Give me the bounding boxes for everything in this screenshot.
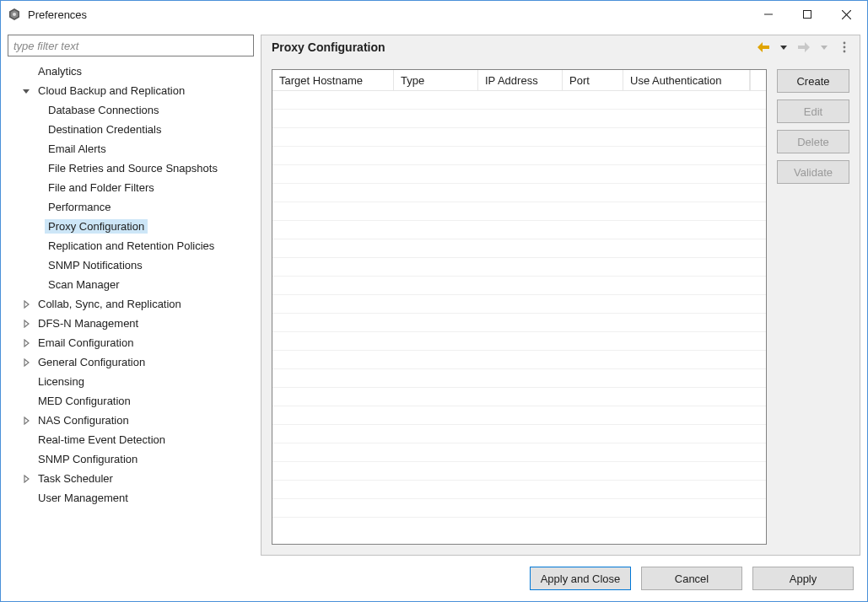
tree-item-label: Destination Credentials — [45, 122, 164, 137]
right-pane: Proxy Configuration — [261, 35, 860, 556]
table-row[interactable] — [272, 184, 766, 202]
tree-item[interactable]: Proxy Configuration — [8, 217, 254, 236]
tree-item[interactable]: SNMP Configuration — [8, 449, 254, 469]
tree-item[interactable]: File Retries and Source Snapshots — [8, 159, 254, 178]
back-icon[interactable] — [756, 40, 771, 55]
footer: Apply and Close Cancel Apply — [1, 556, 867, 601]
tree-item[interactable]: File and Folder Filters — [8, 178, 254, 197]
chevron-right-icon[interactable] — [19, 472, 33, 486]
col-header-ip[interactable]: IP Address — [478, 70, 563, 90]
tree-item[interactable]: General Configuration — [8, 352, 254, 372]
chevron-right-icon[interactable] — [19, 414, 33, 427]
table-row[interactable] — [272, 128, 766, 147]
tree-item[interactable]: DFS-N Management — [8, 314, 254, 333]
tree-item[interactable]: Task Scheduler — [8, 469, 254, 488]
tree-item[interactable]: Analytics — [8, 62, 254, 81]
tree-item[interactable]: Email Alerts — [8, 139, 254, 159]
tree-item[interactable]: Performance — [8, 197, 254, 217]
apply-button[interactable]: Apply — [752, 567, 854, 590]
table-row[interactable] — [272, 165, 766, 184]
tree-item-label: Database Connections — [45, 103, 163, 117]
table-row[interactable] — [272, 239, 766, 258]
svg-marker-10 — [24, 340, 29, 347]
validate-button[interactable]: Validate — [777, 160, 849, 184]
svg-marker-13 — [24, 476, 29, 482]
table-row[interactable] — [272, 91, 766, 110]
table-row[interactable] — [272, 258, 766, 277]
table-row[interactable] — [272, 202, 766, 221]
menu-icon[interactable] — [837, 40, 852, 55]
window-title: Preferences — [28, 8, 87, 21]
maximize-button[interactable] — [788, 2, 827, 27]
col-header-auth[interactable]: Use Authentication — [623, 70, 750, 90]
proxy-table[interactable]: Target Hostname Type IP Address Port Use… — [272, 69, 767, 545]
delete-button[interactable]: Delete — [777, 130, 849, 153]
svg-point-16 — [844, 42, 846, 45]
svg-marker-11 — [24, 359, 29, 366]
table-row[interactable] — [272, 147, 766, 165]
table-row[interactable] — [272, 369, 766, 388]
col-header-spacer — [750, 70, 766, 90]
col-header-hostname[interactable]: Target Hostname — [272, 70, 394, 90]
filter-input[interactable] — [8, 35, 253, 56]
forward-icon[interactable] — [796, 40, 811, 55]
table-row[interactable] — [272, 481, 766, 499]
tree-item-label: Real-time Event Detection — [35, 433, 169, 447]
chevron-right-icon[interactable] — [19, 356, 33, 369]
tree-item[interactable]: Licensing — [8, 372, 254, 391]
edit-button[interactable]: Edit — [777, 99, 849, 123]
tree-item[interactable]: Database Connections — [8, 100, 254, 120]
close-button[interactable] — [827, 2, 865, 27]
chevron-right-icon[interactable] — [19, 336, 33, 350]
tree-twisty-placeholder — [19, 433, 33, 447]
tree-item[interactable]: NAS Configuration — [8, 411, 254, 430]
create-button[interactable]: Create — [777, 69, 849, 93]
table-row[interactable] — [272, 351, 766, 369]
tree-item-label: NAS Configuration — [35, 413, 132, 427]
table-row[interactable] — [272, 332, 766, 351]
col-header-type[interactable]: Type — [394, 70, 478, 90]
table-row[interactable] — [272, 462, 766, 481]
forward-dropdown-icon[interactable] — [817, 40, 832, 55]
preferences-tree[interactable]: AnalyticsCloud Backup and ReplicationDat… — [8, 60, 254, 556]
tree-item-label: Email Configuration — [35, 336, 137, 350]
table-row[interactable] — [272, 277, 766, 295]
tree-item[interactable]: Destination Credentials — [8, 120, 254, 139]
svg-point-2 — [13, 13, 16, 16]
table-row[interactable] — [272, 388, 766, 406]
tree-item[interactable]: User Management — [8, 488, 254, 508]
tree-item[interactable]: Scan Manager — [8, 275, 254, 294]
table-row[interactable] — [272, 499, 766, 518]
tree-item[interactable]: Email Configuration — [8, 333, 254, 352]
tree-item[interactable]: Replication and Retention Policies — [8, 236, 254, 255]
minimize-button[interactable] — [749, 2, 788, 27]
table-row[interactable] — [272, 314, 766, 332]
tree-item[interactable]: Real-time Event Detection — [8, 430, 254, 449]
chevron-right-icon[interactable] — [19, 298, 33, 311]
chevron-right-icon[interactable] — [19, 317, 33, 331]
svg-marker-8 — [24, 301, 29, 308]
chevron-down-icon[interactable] — [19, 84, 33, 98]
col-header-port[interactable]: Port — [563, 70, 623, 90]
table-row[interactable] — [272, 425, 766, 443]
tree-item[interactable]: Cloud Backup and Replication — [8, 81, 254, 100]
page-content: Target Hostname Type IP Address Port Use… — [261, 59, 860, 555]
filter-box — [8, 35, 254, 56]
cancel-button[interactable]: Cancel — [641, 567, 742, 590]
table-row[interactable] — [272, 295, 766, 314]
side-buttons: Create Edit Delete Validate — [777, 69, 849, 545]
tree-item[interactable]: MED Configuration — [8, 391, 254, 411]
back-dropdown-icon[interactable] — [776, 40, 791, 55]
tree-item-label: Email Alerts — [45, 142, 110, 156]
apply-and-close-button[interactable]: Apply and Close — [530, 567, 631, 590]
tree-item-label: DFS-N Management — [35, 316, 142, 331]
tree-item[interactable]: Collab, Sync, and Replication — [8, 294, 254, 314]
tree-item[interactable]: SNMP Notifications — [8, 255, 254, 275]
tree-twisty-placeholder — [19, 453, 33, 466]
tree-item-label: User Management — [35, 491, 132, 505]
table-row[interactable] — [272, 221, 766, 239]
table-row[interactable] — [272, 443, 766, 462]
table-row[interactable] — [272, 406, 766, 425]
table-row[interactable] — [272, 110, 766, 128]
tree-item-label: Licensing — [35, 374, 88, 389]
